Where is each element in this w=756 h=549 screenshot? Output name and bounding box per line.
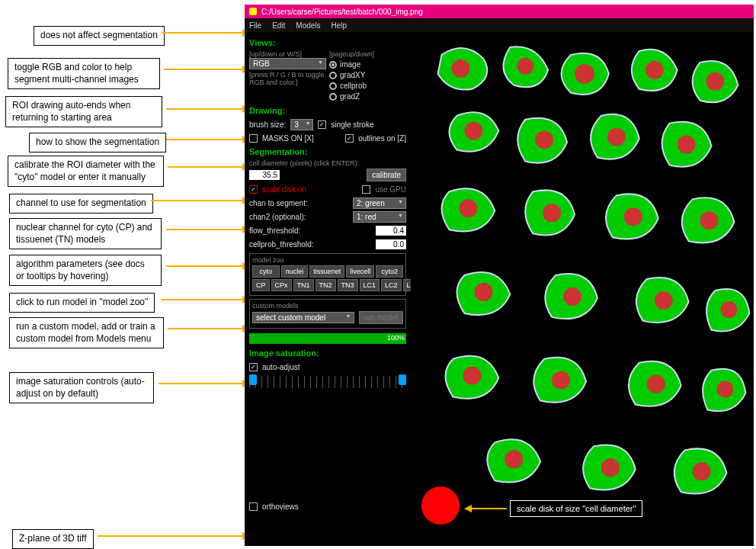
cell-diam-label: cell diameter (pixels) (click ENTER): — [249, 159, 406, 167]
flow-label: flow_threshold: — [249, 226, 371, 235]
views-title: Views: — [249, 38, 406, 47]
svg-point-14 — [474, 283, 492, 301]
zoo-lc1[interactable]: LC1 — [360, 279, 380, 291]
masks-label: MASKS ON [X] — [262, 134, 314, 143]
zoo-cpx[interactable]: CPx — [271, 279, 292, 291]
sidebar: Views: [up/down or W/S] RGB [press R / G… — [245, 32, 411, 546]
annotation-zplane: Z-plane of 3D tiff — [12, 529, 94, 549]
brush-size-dropdown[interactable]: 3 — [290, 119, 313, 130]
menu-help[interactable]: Help — [332, 21, 348, 30]
saturation-slider[interactable] — [249, 376, 406, 388]
svg-point-22 — [505, 450, 523, 468]
auto-adjust-label: auto-adjust — [262, 363, 300, 371]
arrow — [98, 535, 244, 537]
svg-point-2 — [517, 58, 533, 75]
zoo-tn1[interactable]: TN1 — [293, 279, 314, 291]
single-stroke-label: single stroke — [331, 120, 373, 129]
radio-gradz[interactable]: gradZ — [329, 92, 406, 101]
menu-file[interactable]: File — [249, 21, 261, 30]
svg-point-18 — [463, 367, 481, 385]
custom-model-dropdown[interactable]: select custom model — [252, 312, 354, 323]
progress-fill — [249, 333, 406, 344]
chan-dropdown[interactable]: 2: green — [353, 197, 406, 209]
run-model-button[interactable]: run model — [359, 311, 403, 324]
custom-header: custom models — [252, 302, 403, 310]
cell-diameter-input[interactable] — [249, 170, 280, 180]
radio-image[interactable]: image — [329, 60, 406, 69]
zoo-cp[interactable]: CP — [252, 279, 270, 291]
scale-disk-label: scale disk on — [262, 185, 306, 194]
svg-point-11 — [543, 204, 561, 222]
svg-point-15 — [563, 287, 581, 306]
segmentation-title: Segmentation: — [249, 147, 406, 156]
zoo-tissuenet[interactable]: tissuenet — [309, 265, 344, 278]
svg-point-20 — [647, 375, 665, 393]
zoo-cyto2[interactable]: cyto2 — [376, 265, 403, 278]
auto-adjust-checkbox[interactable] — [249, 363, 258, 371]
annotation-chan: channel to use for segmentation — [9, 194, 153, 214]
arrow — [168, 166, 244, 168]
slider-handle-max[interactable] — [399, 374, 406, 385]
annotation-chan2: nuclear channel for cyto (CP) and tissue… — [9, 218, 162, 249]
svg-point-8 — [607, 128, 626, 146]
zoo-cyto[interactable]: cyto — [252, 265, 280, 278]
orthoviews-label: orthoviews — [262, 502, 299, 511]
image-canvas[interactable]: scale disk of size "cell diameter" — [411, 32, 754, 546]
views-hint-right: [pageup/down] — [329, 50, 406, 58]
zoo-header: model zoo — [252, 256, 403, 264]
zoo-nuclei[interactable]: nuclei — [281, 265, 309, 278]
menubar: File Edit Models Help — [245, 18, 754, 32]
saturation-title: Image saturation: — [249, 348, 406, 358]
brush-label: brush size: — [249, 120, 286, 129]
single-stroke-checkbox[interactable] — [318, 120, 326, 129]
svg-point-21 — [716, 381, 733, 398]
radio-gradxy[interactable]: gradXY — [329, 71, 406, 79]
use-gpu-checkbox[interactable] — [362, 185, 370, 194]
scale-disk-checkbox[interactable] — [249, 185, 258, 194]
arrow — [151, 200, 244, 201]
masks-checkbox[interactable] — [249, 134, 258, 143]
arrow — [166, 139, 244, 140]
zoo-tn3[interactable]: TN3 — [338, 279, 358, 291]
views-hint2: [press R / G / B to toggle RGB and color… — [249, 71, 326, 86]
use-gpu-label: use GPU — [375, 185, 406, 194]
views-hint-left: [up/down or W/S] — [249, 50, 326, 58]
orthoviews-checkbox[interactable] — [249, 502, 258, 511]
svg-point-17 — [720, 301, 737, 318]
menu-edit[interactable]: Edit — [272, 21, 285, 30]
zoo-livecell[interactable]: livecell — [346, 265, 374, 278]
zoo-lc2[interactable]: LC2 — [381, 279, 402, 291]
svg-point-13 — [700, 211, 719, 230]
menu-models[interactable]: Models — [296, 21, 320, 30]
svg-point-12 — [624, 207, 642, 226]
calibrate-button[interactable]: calibrate — [367, 169, 406, 181]
radio-cellprob[interactable]: cellprob — [329, 82, 406, 90]
views-dropdown[interactable]: RGB — [249, 58, 326, 69]
model-zoo-panel: model zoo cyto nuclei tissuenet livecell… — [249, 253, 406, 296]
arrow — [168, 328, 244, 329]
cellprob-threshold-input[interactable] — [376, 239, 406, 249]
radio-dot-icon — [329, 93, 337, 101]
annotation-views: does not affect segmentation — [34, 26, 165, 46]
app-window: C:/Users/carse/Pictures/test/batch/000_i… — [245, 5, 754, 546]
flow-threshold-input[interactable] — [376, 226, 406, 236]
arrow — [166, 265, 244, 267]
slider-handle-min[interactable] — [249, 374, 257, 385]
zoo-tn2[interactable]: TN2 — [316, 279, 336, 291]
annotation-roi-draw: ROI drawing auto-ends when returning to … — [5, 96, 162, 127]
svg-point-24 — [693, 462, 711, 480]
svg-point-7 — [535, 131, 553, 149]
annotation-calibrate: calibrate the ROI diameter with the "cyt… — [8, 156, 164, 187]
scale-disk-annotation: scale disk of size "cell diameter" — [510, 500, 642, 517]
arrow — [162, 32, 244, 34]
title-path: C:/Users/carse/Pictures/test/batch/000_i… — [261, 8, 423, 16]
annotation-zoo: click to run model in "model zoo" — [9, 293, 155, 313]
outlines-checkbox[interactable] — [345, 134, 354, 143]
annotation-custom: run a custom model, add or train a custo… — [9, 317, 164, 348]
svg-point-5 — [706, 72, 725, 91]
outlines-label: outlines on [Z] — [358, 134, 406, 143]
svg-point-19 — [552, 371, 570, 390]
svg-point-23 — [601, 458, 620, 477]
svg-point-10 — [459, 199, 477, 217]
chan2-dropdown[interactable]: 1: red — [353, 211, 406, 223]
